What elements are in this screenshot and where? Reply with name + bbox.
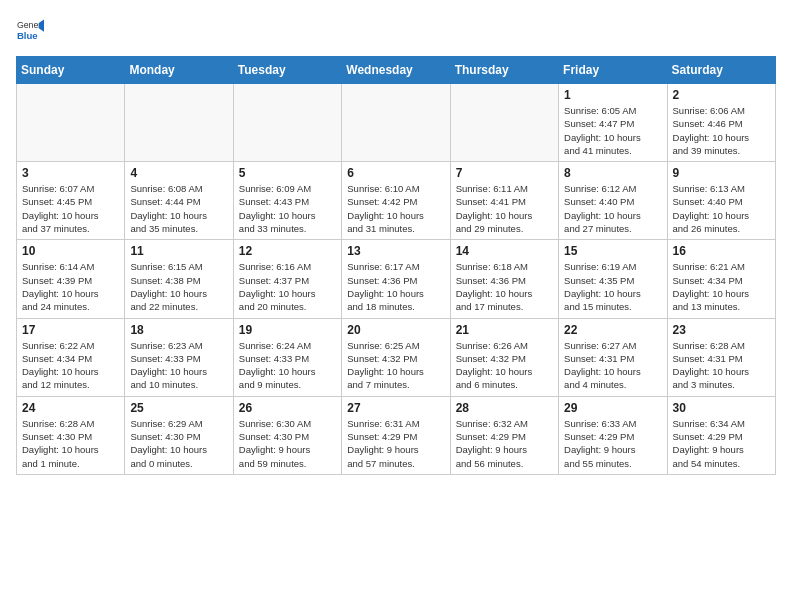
calendar-week-3: 10Sunrise: 6:14 AM Sunset: 4:39 PM Dayli… (17, 240, 776, 318)
weekday-header-monday: Monday (125, 57, 233, 84)
calendar-cell: 18Sunrise: 6:23 AM Sunset: 4:33 PM Dayli… (125, 318, 233, 396)
calendar-week-1: 1Sunrise: 6:05 AM Sunset: 4:47 PM Daylig… (17, 84, 776, 162)
day-info: Sunrise: 6:34 AM Sunset: 4:29 PM Dayligh… (673, 417, 770, 470)
day-number: 30 (673, 401, 770, 415)
weekday-header-wednesday: Wednesday (342, 57, 450, 84)
day-info: Sunrise: 6:14 AM Sunset: 4:39 PM Dayligh… (22, 260, 119, 313)
day-number: 14 (456, 244, 553, 258)
day-info: Sunrise: 6:18 AM Sunset: 4:36 PM Dayligh… (456, 260, 553, 313)
calendar-cell: 30Sunrise: 6:34 AM Sunset: 4:29 PM Dayli… (667, 396, 775, 474)
day-info: Sunrise: 6:26 AM Sunset: 4:32 PM Dayligh… (456, 339, 553, 392)
day-number: 28 (456, 401, 553, 415)
weekday-header-saturday: Saturday (667, 57, 775, 84)
calendar-cell: 26Sunrise: 6:30 AM Sunset: 4:30 PM Dayli… (233, 396, 341, 474)
day-info: Sunrise: 6:33 AM Sunset: 4:29 PM Dayligh… (564, 417, 661, 470)
day-number: 19 (239, 323, 336, 337)
calendar-cell: 2Sunrise: 6:06 AM Sunset: 4:46 PM Daylig… (667, 84, 775, 162)
day-info: Sunrise: 6:30 AM Sunset: 4:30 PM Dayligh… (239, 417, 336, 470)
day-info: Sunrise: 6:28 AM Sunset: 4:31 PM Dayligh… (673, 339, 770, 392)
day-info: Sunrise: 6:24 AM Sunset: 4:33 PM Dayligh… (239, 339, 336, 392)
weekday-header-tuesday: Tuesday (233, 57, 341, 84)
calendar-cell: 4Sunrise: 6:08 AM Sunset: 4:44 PM Daylig… (125, 162, 233, 240)
calendar-cell: 9Sunrise: 6:13 AM Sunset: 4:40 PM Daylig… (667, 162, 775, 240)
day-number: 21 (456, 323, 553, 337)
calendar-cell: 24Sunrise: 6:28 AM Sunset: 4:30 PM Dayli… (17, 396, 125, 474)
day-number: 25 (130, 401, 227, 415)
weekday-header-thursday: Thursday (450, 57, 558, 84)
day-info: Sunrise: 6:12 AM Sunset: 4:40 PM Dayligh… (564, 182, 661, 235)
calendar-cell: 13Sunrise: 6:17 AM Sunset: 4:36 PM Dayli… (342, 240, 450, 318)
day-number: 26 (239, 401, 336, 415)
calendar-cell: 6Sunrise: 6:10 AM Sunset: 4:42 PM Daylig… (342, 162, 450, 240)
day-number: 7 (456, 166, 553, 180)
day-number: 12 (239, 244, 336, 258)
day-number: 29 (564, 401, 661, 415)
calendar-cell: 22Sunrise: 6:27 AM Sunset: 4:31 PM Dayli… (559, 318, 667, 396)
day-info: Sunrise: 6:23 AM Sunset: 4:33 PM Dayligh… (130, 339, 227, 392)
day-info: Sunrise: 6:19 AM Sunset: 4:35 PM Dayligh… (564, 260, 661, 313)
calendar-cell: 3Sunrise: 6:07 AM Sunset: 4:45 PM Daylig… (17, 162, 125, 240)
calendar-cell (342, 84, 450, 162)
day-number: 2 (673, 88, 770, 102)
day-info: Sunrise: 6:21 AM Sunset: 4:34 PM Dayligh… (673, 260, 770, 313)
day-info: Sunrise: 6:31 AM Sunset: 4:29 PM Dayligh… (347, 417, 444, 470)
calendar-cell: 7Sunrise: 6:11 AM Sunset: 4:41 PM Daylig… (450, 162, 558, 240)
day-number: 18 (130, 323, 227, 337)
calendar-cell: 29Sunrise: 6:33 AM Sunset: 4:29 PM Dayli… (559, 396, 667, 474)
calendar-cell: 12Sunrise: 6:16 AM Sunset: 4:37 PM Dayli… (233, 240, 341, 318)
calendar-cell: 1Sunrise: 6:05 AM Sunset: 4:47 PM Daylig… (559, 84, 667, 162)
day-info: Sunrise: 6:17 AM Sunset: 4:36 PM Dayligh… (347, 260, 444, 313)
day-info: Sunrise: 6:28 AM Sunset: 4:30 PM Dayligh… (22, 417, 119, 470)
day-info: Sunrise: 6:06 AM Sunset: 4:46 PM Dayligh… (673, 104, 770, 157)
calendar-cell (450, 84, 558, 162)
calendar-cell: 15Sunrise: 6:19 AM Sunset: 4:35 PM Dayli… (559, 240, 667, 318)
weekday-header-friday: Friday (559, 57, 667, 84)
day-info: Sunrise: 6:15 AM Sunset: 4:38 PM Dayligh… (130, 260, 227, 313)
calendar-cell: 14Sunrise: 6:18 AM Sunset: 4:36 PM Dayli… (450, 240, 558, 318)
day-info: Sunrise: 6:22 AM Sunset: 4:34 PM Dayligh… (22, 339, 119, 392)
day-info: Sunrise: 6:05 AM Sunset: 4:47 PM Dayligh… (564, 104, 661, 157)
day-number: 1 (564, 88, 661, 102)
calendar-cell: 5Sunrise: 6:09 AM Sunset: 4:43 PM Daylig… (233, 162, 341, 240)
day-number: 4 (130, 166, 227, 180)
day-info: Sunrise: 6:10 AM Sunset: 4:42 PM Dayligh… (347, 182, 444, 235)
calendar-cell: 27Sunrise: 6:31 AM Sunset: 4:29 PM Dayli… (342, 396, 450, 474)
logo-icon: General Blue (16, 16, 44, 44)
weekday-header-row: SundayMondayTuesdayWednesdayThursdayFrid… (17, 57, 776, 84)
day-info: Sunrise: 6:29 AM Sunset: 4:30 PM Dayligh… (130, 417, 227, 470)
calendar-cell: 19Sunrise: 6:24 AM Sunset: 4:33 PM Dayli… (233, 318, 341, 396)
weekday-header-sunday: Sunday (17, 57, 125, 84)
day-number: 8 (564, 166, 661, 180)
day-number: 17 (22, 323, 119, 337)
day-info: Sunrise: 6:08 AM Sunset: 4:44 PM Dayligh… (130, 182, 227, 235)
day-info: Sunrise: 6:13 AM Sunset: 4:40 PM Dayligh… (673, 182, 770, 235)
calendar-cell (233, 84, 341, 162)
day-number: 10 (22, 244, 119, 258)
calendar-cell: 20Sunrise: 6:25 AM Sunset: 4:32 PM Dayli… (342, 318, 450, 396)
day-info: Sunrise: 6:09 AM Sunset: 4:43 PM Dayligh… (239, 182, 336, 235)
day-number: 22 (564, 323, 661, 337)
day-number: 11 (130, 244, 227, 258)
day-number: 23 (673, 323, 770, 337)
day-number: 9 (673, 166, 770, 180)
calendar-cell: 23Sunrise: 6:28 AM Sunset: 4:31 PM Dayli… (667, 318, 775, 396)
svg-text:Blue: Blue (17, 30, 38, 41)
calendar-week-5: 24Sunrise: 6:28 AM Sunset: 4:30 PM Dayli… (17, 396, 776, 474)
day-number: 3 (22, 166, 119, 180)
day-info: Sunrise: 6:32 AM Sunset: 4:29 PM Dayligh… (456, 417, 553, 470)
calendar-cell: 21Sunrise: 6:26 AM Sunset: 4:32 PM Dayli… (450, 318, 558, 396)
calendar-week-2: 3Sunrise: 6:07 AM Sunset: 4:45 PM Daylig… (17, 162, 776, 240)
day-info: Sunrise: 6:07 AM Sunset: 4:45 PM Dayligh… (22, 182, 119, 235)
day-number: 16 (673, 244, 770, 258)
page-header: General Blue (16, 16, 776, 44)
day-number: 20 (347, 323, 444, 337)
calendar-table: SundayMondayTuesdayWednesdayThursdayFrid… (16, 56, 776, 475)
day-number: 27 (347, 401, 444, 415)
day-info: Sunrise: 6:27 AM Sunset: 4:31 PM Dayligh… (564, 339, 661, 392)
calendar-cell: 11Sunrise: 6:15 AM Sunset: 4:38 PM Dayli… (125, 240, 233, 318)
day-number: 24 (22, 401, 119, 415)
calendar-cell: 25Sunrise: 6:29 AM Sunset: 4:30 PM Dayli… (125, 396, 233, 474)
day-info: Sunrise: 6:16 AM Sunset: 4:37 PM Dayligh… (239, 260, 336, 313)
day-info: Sunrise: 6:11 AM Sunset: 4:41 PM Dayligh… (456, 182, 553, 235)
calendar-cell (17, 84, 125, 162)
